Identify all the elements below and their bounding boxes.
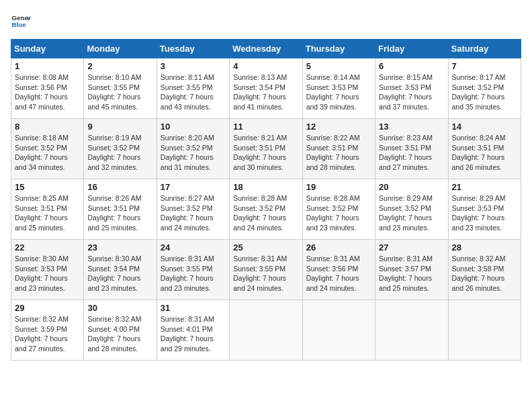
day-number: 10 — [161, 122, 226, 132]
calendar-cell: 28Sunrise: 8:32 AMSunset: 3:58 PMDayligh… — [448, 240, 521, 300]
calendar-cell — [302, 300, 375, 361]
day-detail: Sunrise: 8:24 AMSunset: 3:51 PMDaylight:… — [452, 133, 517, 173]
calendar-cell: 27Sunrise: 8:31 AMSunset: 3:57 PMDayligh… — [375, 240, 448, 300]
day-number: 14 — [452, 122, 517, 132]
day-number: 28 — [452, 242, 517, 253]
calendar-cell: 4Sunrise: 8:13 AMSunset: 3:54 PMDaylight… — [230, 58, 302, 119]
svg-text:General: General — [12, 14, 32, 21]
calendar-cell: 3Sunrise: 8:11 AMSunset: 3:55 PMDaylight… — [157, 58, 229, 119]
calendar-cell: 16Sunrise: 8:26 AMSunset: 3:51 PMDayligh… — [84, 179, 157, 240]
calendar-cell: 29Sunrise: 8:32 AMSunset: 3:59 PMDayligh… — [11, 300, 84, 361]
day-detail: Sunrise: 8:20 AMSunset: 3:52 PMDaylight:… — [161, 133, 226, 173]
day-number: 13 — [379, 122, 444, 132]
weekday-header-saturday: Saturday — [448, 40, 521, 58]
day-detail: Sunrise: 8:17 AMSunset: 3:52 PMDaylight:… — [452, 73, 517, 112]
day-number: 21 — [452, 182, 517, 192]
day-detail: Sunrise: 8:32 AMSunset: 3:59 PMDaylight:… — [15, 314, 80, 354]
calendar-cell: 13Sunrise: 8:23 AMSunset: 3:51 PMDayligh… — [375, 119, 448, 179]
calendar-cell: 20Sunrise: 8:29 AMSunset: 3:52 PMDayligh… — [375, 179, 448, 240]
calendar-table: SundayMondayTuesdayWednesdayThursdayFrid… — [11, 39, 521, 361]
calendar-cell: 1Sunrise: 8:08 AMSunset: 3:56 PMDaylight… — [11, 58, 84, 119]
day-number: 4 — [233, 61, 298, 71]
day-detail: Sunrise: 8:31 AMSunset: 3:55 PMDaylight:… — [161, 254, 226, 293]
day-detail: Sunrise: 8:31 AMSunset: 3:56 PMDaylight:… — [306, 254, 371, 293]
day-detail: Sunrise: 8:23 AMSunset: 3:51 PMDaylight:… — [379, 133, 444, 173]
calendar-cell: 31Sunrise: 8:31 AMSunset: 4:01 PMDayligh… — [157, 300, 229, 361]
day-number: 18 — [233, 182, 298, 192]
svg-text:Blue: Blue — [12, 21, 27, 28]
weekday-header-tuesday: Tuesday — [157, 40, 229, 58]
weekday-header-thursday: Thursday — [302, 40, 375, 58]
day-number: 30 — [87, 303, 152, 313]
day-detail: Sunrise: 8:29 AMSunset: 3:53 PMDaylight:… — [452, 193, 517, 233]
calendar-cell: 24Sunrise: 8:31 AMSunset: 3:55 PMDayligh… — [157, 240, 229, 300]
page-header: General Blue — [11, 11, 521, 31]
day-detail: Sunrise: 8:32 AMSunset: 3:58 PMDaylight:… — [452, 254, 517, 293]
day-detail: Sunrise: 8:21 AMSunset: 3:51 PMDaylight:… — [233, 133, 298, 173]
calendar-cell — [230, 300, 302, 361]
day-number: 16 — [87, 182, 152, 192]
day-number: 23 — [87, 242, 152, 253]
weekday-header-wednesday: Wednesday — [230, 40, 302, 58]
day-detail: Sunrise: 8:13 AMSunset: 3:54 PMDaylight:… — [233, 73, 298, 112]
calendar-cell: 10Sunrise: 8:20 AMSunset: 3:52 PMDayligh… — [157, 119, 229, 179]
day-detail: Sunrise: 8:08 AMSunset: 3:56 PMDaylight:… — [15, 73, 80, 112]
day-number: 24 — [161, 242, 226, 253]
day-number: 29 — [15, 303, 80, 313]
day-detail: Sunrise: 8:30 AMSunset: 3:54 PMDaylight:… — [87, 254, 152, 293]
day-number: 6 — [379, 61, 444, 71]
day-detail: Sunrise: 8:22 AMSunset: 3:51 PMDaylight:… — [306, 133, 371, 173]
day-number: 31 — [161, 303, 226, 313]
day-detail: Sunrise: 8:31 AMSunset: 4:01 PMDaylight:… — [161, 314, 226, 354]
day-number: 27 — [379, 242, 444, 253]
calendar-cell: 9Sunrise: 8:19 AMSunset: 3:52 PMDaylight… — [84, 119, 157, 179]
logo-icon: General Blue — [11, 11, 31, 31]
calendar-cell: 15Sunrise: 8:25 AMSunset: 3:51 PMDayligh… — [11, 179, 84, 240]
day-detail: Sunrise: 8:14 AMSunset: 3:53 PMDaylight:… — [306, 73, 371, 112]
weekday-header-friday: Friday — [375, 40, 448, 58]
day-number: 25 — [233, 242, 298, 253]
calendar-cell: 6Sunrise: 8:15 AMSunset: 3:53 PMDaylight… — [375, 58, 448, 119]
day-number: 22 — [15, 242, 80, 253]
calendar-cell: 14Sunrise: 8:24 AMSunset: 3:51 PMDayligh… — [448, 119, 521, 179]
day-number: 2 — [87, 61, 152, 71]
weekday-header-sunday: Sunday — [11, 40, 84, 58]
day-number: 1 — [15, 61, 80, 71]
day-detail: Sunrise: 8:28 AMSunset: 3:52 PMDaylight:… — [233, 193, 298, 233]
day-detail: Sunrise: 8:31 AMSunset: 3:57 PMDaylight:… — [379, 254, 444, 293]
day-detail: Sunrise: 8:30 AMSunset: 3:53 PMDaylight:… — [15, 254, 80, 293]
day-detail: Sunrise: 8:31 AMSunset: 3:55 PMDaylight:… — [233, 254, 298, 293]
calendar-cell: 22Sunrise: 8:30 AMSunset: 3:53 PMDayligh… — [11, 240, 84, 300]
day-detail: Sunrise: 8:25 AMSunset: 3:51 PMDaylight:… — [15, 193, 80, 233]
calendar-cell: 12Sunrise: 8:22 AMSunset: 3:51 PMDayligh… — [302, 119, 375, 179]
day-number: 3 — [161, 61, 226, 71]
calendar-cell: 30Sunrise: 8:32 AMSunset: 4:00 PMDayligh… — [84, 300, 157, 361]
day-number: 26 — [306, 242, 371, 253]
calendar-cell: 5Sunrise: 8:14 AMSunset: 3:53 PMDaylight… — [302, 58, 375, 119]
day-detail: Sunrise: 8:19 AMSunset: 3:52 PMDaylight:… — [87, 133, 152, 173]
day-detail: Sunrise: 8:10 AMSunset: 3:55 PMDaylight:… — [87, 73, 152, 112]
calendar-cell: 25Sunrise: 8:31 AMSunset: 3:55 PMDayligh… — [230, 240, 302, 300]
day-detail: Sunrise: 8:28 AMSunset: 3:52 PMDaylight:… — [306, 193, 371, 233]
day-number: 19 — [306, 182, 371, 192]
calendar-cell — [375, 300, 448, 361]
day-detail: Sunrise: 8:18 AMSunset: 3:52 PMDaylight:… — [15, 133, 80, 173]
day-detail: Sunrise: 8:15 AMSunset: 3:53 PMDaylight:… — [379, 73, 444, 112]
day-detail: Sunrise: 8:26 AMSunset: 3:51 PMDaylight:… — [87, 193, 152, 233]
calendar-cell: 23Sunrise: 8:30 AMSunset: 3:54 PMDayligh… — [84, 240, 157, 300]
calendar-cell: 11Sunrise: 8:21 AMSunset: 3:51 PMDayligh… — [230, 119, 302, 179]
calendar-cell: 18Sunrise: 8:28 AMSunset: 3:52 PMDayligh… — [230, 179, 302, 240]
calendar-cell: 8Sunrise: 8:18 AMSunset: 3:52 PMDaylight… — [11, 119, 84, 179]
calendar-cell — [448, 300, 521, 361]
calendar-cell: 21Sunrise: 8:29 AMSunset: 3:53 PMDayligh… — [448, 179, 521, 240]
calendar-cell: 19Sunrise: 8:28 AMSunset: 3:52 PMDayligh… — [302, 179, 375, 240]
day-number: 7 — [452, 61, 517, 71]
day-detail: Sunrise: 8:11 AMSunset: 3:55 PMDaylight:… — [161, 73, 226, 112]
weekday-header-monday: Monday — [84, 40, 157, 58]
calendar-cell: 7Sunrise: 8:17 AMSunset: 3:52 PMDaylight… — [448, 58, 521, 119]
day-detail: Sunrise: 8:27 AMSunset: 3:52 PMDaylight:… — [161, 193, 226, 233]
calendar-cell: 26Sunrise: 8:31 AMSunset: 3:56 PMDayligh… — [302, 240, 375, 300]
day-number: 20 — [379, 182, 444, 192]
day-detail: Sunrise: 8:29 AMSunset: 3:52 PMDaylight:… — [379, 193, 444, 233]
calendar-cell: 17Sunrise: 8:27 AMSunset: 3:52 PMDayligh… — [157, 179, 229, 240]
